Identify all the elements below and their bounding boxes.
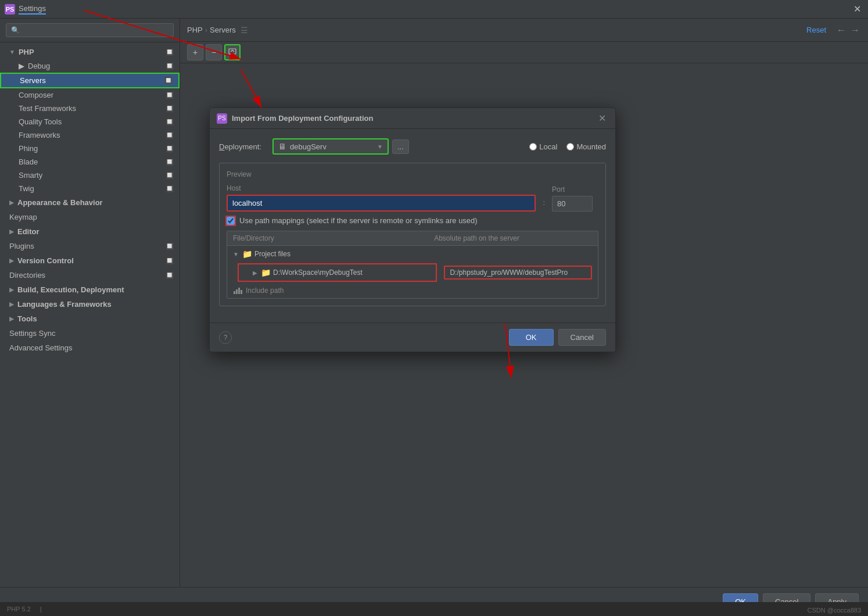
import-icon [228, 48, 236, 56]
phing-icon: 🔲 [166, 145, 174, 152]
modal-icon: PS [217, 113, 227, 124]
sidebar-item-settings-sync[interactable]: Settings Sync [0, 326, 180, 341]
sidebar-item-appearance[interactable]: ▶ Appearance & Behavior [0, 195, 180, 210]
svg-rect-6 [241, 290, 242, 294]
preview-section: Preview Host : Port [219, 163, 606, 306]
search-input[interactable] [6, 23, 174, 37]
test-frameworks-icon: 🔲 [166, 105, 174, 112]
sidebar-item-plugins[interactable]: Plugins 🔲 [0, 239, 180, 253]
svg-rect-4 [236, 289, 238, 294]
modal-close-button[interactable]: ✕ [596, 113, 608, 124]
sidebar-item-frameworks[interactable]: Frameworks 🔲 [0, 128, 180, 142]
col2-header: Absolute path on the server [428, 231, 598, 245]
sidebar-item-keymap[interactable]: Keymap [0, 210, 180, 224]
sidebar-item-directories[interactable]: Directories 🔲 [0, 268, 180, 282]
search-box [0, 19, 180, 42]
modal-footer: ? OK Cancel [210, 323, 615, 352]
sidebar-item-composer[interactable]: Composer 🔲 [0, 88, 180, 102]
panel-menu-icon[interactable]: ☰ [241, 26, 248, 35]
sidebar-item-test-frameworks[interactable]: Test Frameworks 🔲 [0, 102, 180, 115]
path-mappings-checkbox[interactable] [227, 217, 235, 225]
php-label: PHP [19, 48, 34, 56]
window-title: Settings [19, 4, 46, 15]
advanced-settings-label: Advanced Settings [9, 343, 72, 352]
host-label: Host [227, 184, 536, 192]
host-port-row: Host : Port [227, 184, 598, 212]
expand-arrow-editor: ▶ [9, 228, 14, 235]
sidebar-item-php[interactable]: ▼ PHP 🔲 [0, 45, 180, 59]
sidebar: ▼ PHP 🔲 ▶ Debug 🔲 Servers 🔲 Compo [0, 19, 180, 587]
server-path-text: D:/phpstudy_pro/WWW/debugTestPro [450, 268, 568, 277]
sidebar-item-debug[interactable]: ▶ Debug 🔲 [0, 59, 180, 73]
editor-label: Editor [17, 227, 40, 236]
sidebar-item-build[interactable]: ▶ Build, Execution, Deployment [0, 282, 180, 297]
radio-group: Local Mounted [529, 142, 606, 151]
server-path-input[interactable]: D:/phpstudy_pro/WWW/debugTestPro [444, 266, 592, 280]
mounted-radio-input[interactable] [566, 143, 574, 151]
directories-icon: 🔲 [166, 271, 174, 279]
test-frameworks-label: Test Frameworks [19, 104, 76, 113]
project-files-cell: ▼ 📁 Project files [227, 246, 428, 262]
nav-forward-icon[interactable]: → [849, 25, 861, 35]
sidebar-item-blade[interactable]: Blade 🔲 [0, 155, 180, 169]
local-radio-input[interactable] [529, 143, 537, 151]
sidebar-item-twig[interactable]: Twig 🔲 [0, 182, 180, 195]
sidebar-item-editor[interactable]: ▶ Editor [0, 224, 180, 239]
sidebar-item-smarty[interactable]: Smarty 🔲 [0, 169, 180, 182]
modal-cancel-button[interactable]: Cancel [558, 329, 606, 346]
import-button[interactable] [224, 44, 241, 60]
nav-tree: ▼ PHP 🔲 ▶ Debug 🔲 Servers 🔲 Compo [0, 42, 180, 587]
workspace-expand[interactable]: ▶ [253, 270, 257, 276]
frameworks-icon: 🔲 [166, 131, 174, 139]
deployment-dots-button[interactable]: ... [392, 139, 409, 154]
add-button[interactable]: + [187, 44, 203, 60]
smarty-icon: 🔲 [166, 171, 174, 179]
servers-icon: 🔲 [164, 77, 173, 84]
nav-back-icon[interactable]: ← [835, 25, 847, 35]
debug-icon: 🔲 [166, 62, 174, 70]
title-bar-left: PS Settings [5, 4, 46, 15]
sidebar-item-version-control[interactable]: ▶ Version Control 🔲 [0, 253, 180, 268]
mounted-radio[interactable]: Mounted [566, 142, 606, 151]
modal-body: Deployment: 🖥 debugServ ▼ ... Local [210, 129, 615, 323]
keymap-label: Keymap [9, 213, 37, 221]
quality-tools-label: Quality Tools [19, 117, 62, 126]
breadcrumb: PHP › Servers ☰ [187, 26, 248, 35]
project-folder-icon: 📁 [242, 249, 252, 259]
expand-arrow-tools: ▶ [9, 316, 14, 322]
mounted-radio-label: Mounted [576, 142, 606, 151]
php-icon: 🔲 [166, 48, 174, 56]
project-files-expand[interactable]: ▼ [233, 251, 239, 257]
local-radio[interactable]: Local [529, 142, 557, 151]
help-button[interactable]: ? [219, 331, 232, 344]
plugins-icon: 🔲 [166, 242, 174, 250]
project-files-server-cell [428, 250, 598, 257]
expand-arrow-vc: ▶ [9, 257, 14, 264]
preview-label: Preview [227, 170, 598, 178]
deployment-dropdown[interactable]: 🖥 debugServ ▼ [272, 138, 389, 155]
phing-label: Phing [19, 144, 38, 153]
server-icon: 🖥 [278, 142, 286, 151]
watermark: CSDN @cocca883 [808, 607, 861, 614]
build-label: Build, Execution, Deployment [17, 285, 124, 294]
host-input[interactable] [227, 195, 536, 212]
sidebar-item-languages[interactable]: ▶ Languages & Frameworks [0, 297, 180, 311]
reset-button[interactable]: Reset [802, 26, 831, 34]
blade-label: Blade [19, 157, 38, 166]
modal-ok-button[interactable]: OK [509, 329, 554, 346]
title-bar: PS Settings ✕ [0, 0, 868, 19]
expand-arrow-debug: ▶ [19, 62, 24, 70]
window-close-icon[interactable]: ✕ [851, 3, 863, 15]
sidebar-item-phing[interactable]: Phing 🔲 [0, 142, 180, 155]
modal-title: Import From Deployment Configuration [232, 114, 591, 123]
sidebar-item-advanced-settings[interactable]: Advanced Settings [0, 341, 180, 355]
sidebar-item-tools[interactable]: ▶ Tools [0, 311, 180, 326]
remove-button[interactable]: − [206, 44, 222, 60]
col1-header: File/Directory [227, 231, 428, 245]
port-input[interactable] [552, 196, 593, 212]
sidebar-item-quality-tools[interactable]: Quality Tools 🔲 [0, 115, 180, 128]
sidebar-item-servers[interactable]: Servers 🔲 [0, 73, 180, 88]
import-modal: PS Import From Deployment Configuration … [209, 108, 616, 352]
project-files-label: Project files [254, 250, 290, 258]
vc-icon: 🔲 [166, 257, 174, 264]
